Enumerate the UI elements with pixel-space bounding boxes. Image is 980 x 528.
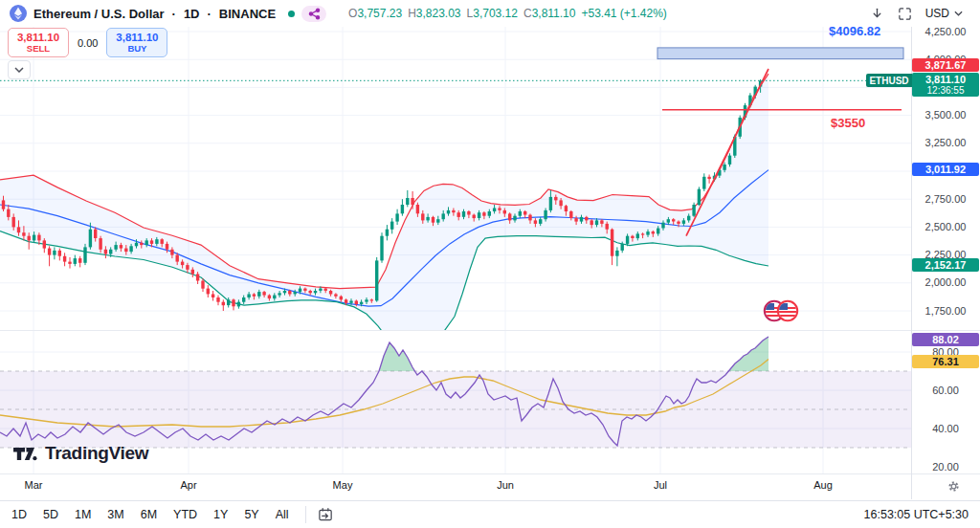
main-price-chart[interactable] <box>0 27 911 330</box>
open-value: 3,757.23 <box>357 7 402 20</box>
chart-header: Ethereum / U.S. Dollar · 1D · BINANCE O3… <box>0 0 980 27</box>
support-price-label[interactable]: $3550 <box>831 116 865 130</box>
lower-band-badge: 2,152.17 <box>912 258 979 272</box>
time-axis-label-aug: Aug <box>813 479 833 491</box>
target-price-label[interactable]: $4096.82 <box>829 24 880 38</box>
price-axis-label: 2,000.00 <box>911 276 980 288</box>
session-clock[interactable]: 16:53:05 UTC+5:30 <box>864 508 969 521</box>
high-value: 3,823.03 <box>416 7 461 20</box>
ethereum-logo-icon <box>10 5 27 22</box>
currency-value: USD <box>925 7 949 20</box>
download-icon[interactable] <box>870 7 884 21</box>
price-axis-label: 3,500.00 <box>911 109 980 121</box>
range-button-1y[interactable]: 1Y <box>213 508 228 521</box>
rsi-value-badge: 88.02 <box>912 333 979 346</box>
tradingview-app: Ethereum / U.S. Dollar · 1D · BINANCE O3… <box>0 0 980 528</box>
tradingview-logo-icon <box>12 444 38 464</box>
sell-button[interactable]: 3,811.10 SELL <box>8 28 69 57</box>
time-axis-label-mar: Mar <box>25 479 43 491</box>
sell-price: 3,811.10 <box>17 32 59 43</box>
chevron-down-icon <box>954 11 963 16</box>
range-button-5y[interactable]: 5Y <box>244 508 258 521</box>
price-axis-label: 1,750.00 <box>911 305 980 317</box>
range-button-1m[interactable]: 1M <box>75 508 91 521</box>
symbol-title-text: Ethereum / U.S. Dollar <box>33 7 165 21</box>
price-axis-label: 4,250.00 <box>911 26 980 37</box>
range-button-ytd[interactable]: YTD <box>173 508 197 521</box>
buy-price: 3,811.10 <box>116 32 158 43</box>
price-axis-label: 3,250.00 <box>911 137 980 148</box>
ideas-share-icon[interactable] <box>301 6 326 22</box>
time-axis-label-jun: Jun <box>497 479 514 491</box>
time-axis-divider <box>0 473 980 474</box>
buy-button[interactable]: 3,811.10 BUY <box>106 28 167 57</box>
market-status-icon[interactable] <box>288 11 295 17</box>
rsi-settings-gear-icon[interactable] <box>947 479 960 496</box>
title-separator: · <box>172 7 176 21</box>
close-value: 3,811.10 <box>532 7 576 20</box>
fullscreen-icon[interactable] <box>898 7 912 21</box>
rsi-ma-badge: 76.31 <box>912 355 979 368</box>
symbol-title[interactable]: Ethereum / U.S. Dollar <box>33 5 165 22</box>
time-axis-label-jul: Jul <box>654 479 667 491</box>
pane-divider[interactable] <box>0 330 980 331</box>
exchange-label: BINANCE <box>219 7 276 21</box>
range-button-1d[interactable]: 1D <box>11 508 27 521</box>
rsi-axis-label: 60.00 <box>911 385 980 396</box>
symbol-tag: ETHUSD <box>866 74 912 87</box>
ohlc-readout: O3,757.23 H3,823.03 L3,703.12 C3,811.10 … <box>348 7 667 20</box>
time-axis-label-apr: Apr <box>180 479 196 491</box>
collapse-panel-button[interactable] <box>8 60 31 79</box>
change-value: +53.41 (+1.42%) <box>581 7 666 20</box>
currency-selector[interactable]: USD <box>925 7 963 20</box>
mid-band-badge: 3,011.92 <box>912 163 979 176</box>
upper-band-badge: 3,871.67 <box>912 58 979 72</box>
spread-value: 0.00 <box>78 37 98 49</box>
go-to-date-icon[interactable] <box>318 507 334 522</box>
price-axis-label: 2,750.00 <box>911 193 980 205</box>
currency-flags-icon <box>765 301 797 320</box>
range-button-6m[interactable]: 6M <box>141 508 157 521</box>
interval-button[interactable]: 1D <box>184 7 200 21</box>
last-price-badge: 3,811.10 12:36:55 <box>912 73 979 97</box>
toolbar-divider <box>305 506 306 523</box>
watermark-text: TradingView <box>45 443 148 464</box>
price-axis-label: 2,500.00 <box>911 221 980 232</box>
time-axis-label-may: May <box>333 479 353 491</box>
range-button-5d[interactable]: 5D <box>43 508 58 521</box>
trade-panel: 3,811.10 SELL 0.00 3,811.10 BUY <box>8 28 167 57</box>
chevron-down-icon <box>14 67 24 73</box>
range-button-3m[interactable]: 3M <box>107 508 123 521</box>
bar-countdown: 12:36:55 <box>912 85 979 96</box>
bottom-toolbar: 1D5D1M3M6MYTD1Y5YAll 16:53:05 UTC+5:30 <box>0 500 980 528</box>
title-separator: · <box>208 7 212 21</box>
range-button-all[interactable]: All <box>276 508 289 521</box>
tradingview-watermark: TradingView <box>12 443 148 464</box>
low-value: 3,703.12 <box>473 7 518 20</box>
rsi-axis-label: 40.00 <box>911 423 980 434</box>
last-price-value: 3,811.10 <box>912 74 979 85</box>
rsi-axis-label: 20.00 <box>911 461 980 473</box>
